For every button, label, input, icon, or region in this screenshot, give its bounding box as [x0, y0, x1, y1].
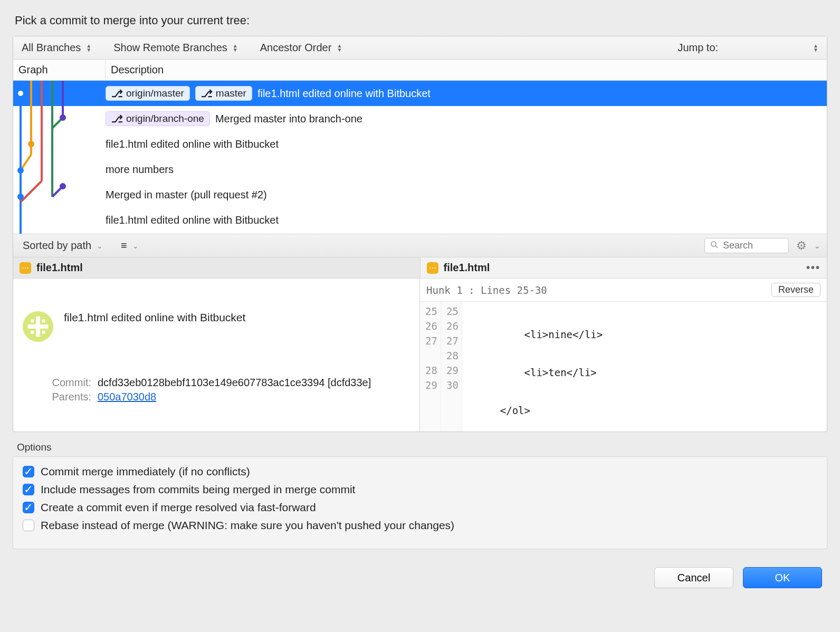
svg-rect-21	[31, 319, 34, 322]
sort-dropdown[interactable]: Sorted by path ⌄	[20, 237, 106, 254]
column-headers: Graph Description	[13, 60, 827, 81]
chevron-down-icon: ⌄	[97, 242, 103, 250]
option-commit-immediately[interactable]: ✓ Commit merge immediately (if no confli…	[23, 465, 817, 478]
svg-point-11	[60, 114, 66, 121]
svg-point-10	[17, 90, 24, 97]
commit-row[interactable]: more numbers	[13, 157, 827, 182]
commit-message: file1.html edited online with Bitbucket	[64, 311, 411, 324]
svg-point-14	[60, 183, 66, 189]
option-label: Commit merge immediately (if no conflict…	[41, 465, 250, 478]
commit-row[interactable]: file1.html edited online with Bitbucket	[13, 131, 827, 157]
list-icon: ≡	[121, 240, 127, 252]
commit-desc: Merged master into branch-one	[215, 113, 362, 125]
commit-label: Commit:	[43, 377, 91, 389]
commit-row[interactable]: file1.html edited online with Bitbucket	[13, 207, 827, 233]
commit-details: file1.html edited online with Bitbucket …	[13, 279, 827, 432]
svg-point-12	[28, 141, 34, 147]
order-label: Ancestor Order	[260, 42, 332, 54]
jumpto-label: Jump to:	[677, 42, 718, 54]
remote-dropdown[interactable]: Show Remote Branches ▲▼	[110, 40, 241, 56]
sort-label: Sorted by path	[23, 240, 91, 252]
branch-tag-label: master	[216, 88, 246, 99]
svg-rect-24	[42, 331, 45, 334]
branch-tag-label: origin/branch-one	[126, 113, 204, 125]
filter-toolbar: All Branches ▲▼ Show Remote Branches ▲▼ …	[13, 36, 827, 60]
line-gutter-new: 252627282930	[441, 302, 462, 432]
svg-line-4	[21, 181, 42, 202]
commit-picker-panel: All Branches ▲▼ Show Remote Branches ▲▼ …	[13, 36, 827, 432]
graph-header[interactable]: Graph	[13, 60, 106, 80]
commit-row[interactable]: ⎇origin/branch-one Merged master into br…	[13, 106, 827, 131]
checkbox-icon[interactable]: ✓	[23, 484, 34, 495]
svg-point-13	[17, 167, 24, 174]
more-icon[interactable]: •••	[806, 262, 820, 274]
commit-row[interactable]: ⎇origin/master ⎇master file1.html edited…	[13, 81, 827, 106]
file-icon: ⋯	[20, 262, 31, 274]
hunk-label: Hunk 1 : Lines 25-30	[426, 284, 547, 296]
branch-tag[interactable]: ⎇origin/master	[106, 86, 190, 101]
checkbox-icon[interactable]	[23, 520, 34, 531]
file-name: file1.html	[444, 262, 490, 274]
options-title: Options	[17, 442, 827, 453]
ok-button[interactable]: OK	[743, 567, 822, 588]
hunk-header: Hunk 1 : Lines 25-30 Reverse	[420, 279, 827, 302]
svg-rect-20	[28, 324, 49, 329]
commit-hash: dcfd33eb0128bebf1103e149e607783ac1ce3394…	[98, 377, 371, 389]
line-gutter-old: 2526272829	[420, 302, 441, 432]
branch-icon: ⎇	[111, 88, 123, 99]
dialog-title: Pick a commit to merge into your current…	[15, 14, 827, 27]
search-field[interactable]	[704, 238, 789, 253]
branch-icon: ⎇	[111, 113, 123, 125]
sort-icon: ▲▼	[813, 44, 818, 52]
view-mode-dropdown[interactable]: ≡ ⌄	[118, 237, 142, 254]
option-include-messages[interactable]: ✓ Include messages from commits being me…	[23, 483, 817, 496]
option-rebase[interactable]: Rebase instead of merge (WARNING: make s…	[23, 519, 817, 532]
branches-label: All Branches	[22, 42, 81, 54]
svg-point-15	[17, 194, 24, 200]
description-header[interactable]: Description	[106, 60, 827, 80]
option-label: Include messages from commits being merg…	[41, 483, 355, 496]
diff-code[interactable]: <li>nine</li> <li>ten</li> </ol> + <p cl…	[462, 302, 827, 432]
gear-icon[interactable]: ⚙	[796, 239, 807, 253]
branch-tag[interactable]: ⎇master	[195, 86, 252, 101]
sort-icon: ▲▼	[337, 44, 342, 52]
options-group: ✓ Commit merge immediately (if no confli…	[13, 456, 827, 549]
commit-graph	[13, 81, 82, 234]
parents-label: Parents:	[43, 391, 91, 403]
option-label: Rebase instead of merge (WARNING: make s…	[41, 519, 454, 532]
file-toolbar: Sorted by path ⌄ ≡ ⌄ ⚙ ⌄	[13, 234, 827, 257]
parent-hash-link[interactable]: 050a7030d8	[98, 391, 156, 403]
checkbox-icon[interactable]: ✓	[23, 502, 34, 513]
branches-dropdown[interactable]: All Branches ▲▼	[18, 40, 94, 56]
dialog-footer: Cancel OK	[13, 567, 827, 588]
branch-tag[interactable]: ⎇origin/branch-one	[106, 111, 210, 126]
commit-desc: file1.html edited online with Bitbucket	[106, 138, 279, 150]
cancel-button[interactable]: Cancel	[654, 567, 733, 588]
svg-point-16	[711, 242, 716, 246]
file-name: file1.html	[36, 262, 83, 274]
commit-desc: file1.html edited online with Bitbucket	[106, 214, 279, 226]
svg-rect-23	[31, 331, 34, 334]
svg-rect-22	[42, 319, 45, 322]
commit-row[interactable]: Merged in master (pull request #2)	[13, 182, 827, 207]
option-create-commit-ff[interactable]: ✓ Create a commit even if merge resolved…	[23, 501, 817, 514]
branch-tag-label: origin/master	[126, 88, 184, 99]
branch-icon: ⎇	[201, 88, 213, 99]
reverse-button[interactable]: Reverse	[771, 283, 820, 297]
order-dropdown[interactable]: Ancestor Order ▲▼	[257, 40, 346, 56]
commit-desc: file1.html edited online with Bitbucket	[257, 88, 431, 100]
file-icon: ⋯	[427, 262, 438, 274]
jumpto-dropdown[interactable]: Jump to: ▲▼	[674, 40, 822, 56]
file-headers: ⋯ file1.html ⋯ file1.html •••	[13, 257, 827, 279]
chevron-down-icon[interactable]: ⌄	[814, 242, 820, 250]
search-input[interactable]	[723, 240, 783, 251]
option-label: Create a commit even if merge resolved v…	[41, 501, 316, 514]
sort-icon: ▲▼	[233, 44, 238, 52]
search-icon	[710, 240, 719, 252]
checkbox-icon[interactable]: ✓	[23, 466, 34, 477]
diff-panel: Hunk 1 : Lines 25-30 Reverse 2526272829 …	[420, 279, 827, 432]
remote-label: Show Remote Branches	[113, 42, 227, 54]
avatar	[22, 310, 54, 343]
commit-desc: Merged in master (pull request #2)	[106, 189, 267, 201]
file-list-item[interactable]: ⋯ file1.html	[13, 257, 421, 279]
